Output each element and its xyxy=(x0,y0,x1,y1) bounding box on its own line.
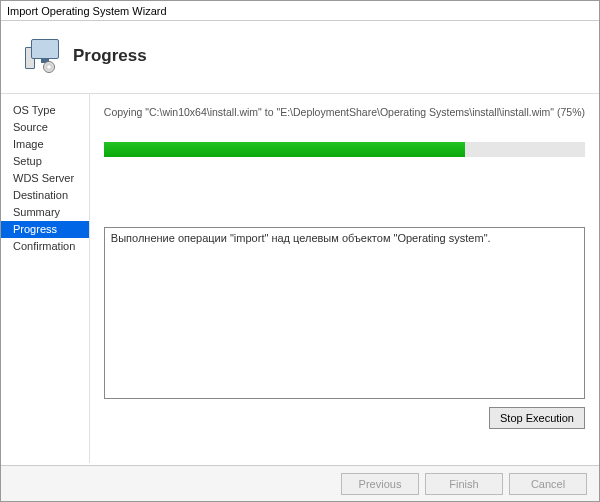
wizard-header: Progress xyxy=(1,21,599,93)
wizard-footer: Previous Finish Cancel xyxy=(1,465,599,501)
wizard-steps-sidebar: OS Type Source Image Setup WDS Server De… xyxy=(1,94,90,463)
sidebar-item-setup[interactable]: Setup xyxy=(1,153,89,170)
computer-cd-icon xyxy=(25,39,61,73)
sidebar-item-image[interactable]: Image xyxy=(1,136,89,153)
previous-button[interactable]: Previous xyxy=(341,473,419,495)
sidebar-item-progress[interactable]: Progress xyxy=(1,221,89,238)
progress-fill xyxy=(104,142,465,157)
window-title: Import Operating System Wizard xyxy=(1,1,599,21)
log-output[interactable]: Выполнение операции "import" над целевым… xyxy=(104,227,585,399)
sidebar-item-confirmation[interactable]: Confirmation xyxy=(1,238,89,255)
sidebar-item-source[interactable]: Source xyxy=(1,119,89,136)
sidebar-item-wdsserver[interactable]: WDS Server xyxy=(1,170,89,187)
sidebar-item-ostype[interactable]: OS Type xyxy=(1,102,89,119)
page-title: Progress xyxy=(73,46,147,66)
cancel-button[interactable]: Cancel xyxy=(509,473,587,495)
stop-execution-button[interactable]: Stop Execution xyxy=(489,407,585,429)
sidebar-item-summary[interactable]: Summary xyxy=(1,204,89,221)
content-area: OS Type Source Image Setup WDS Server De… xyxy=(1,93,599,463)
sidebar-item-destination[interactable]: Destination xyxy=(1,187,89,204)
main-panel: Copying "C:\win10x64\install.wim" to "E:… xyxy=(90,94,599,463)
copy-status-text: Copying "C:\win10x64\install.wim" to "E:… xyxy=(104,106,585,118)
progress-bar xyxy=(104,142,585,157)
finish-button[interactable]: Finish xyxy=(425,473,503,495)
stop-row: Stop Execution xyxy=(104,407,585,429)
